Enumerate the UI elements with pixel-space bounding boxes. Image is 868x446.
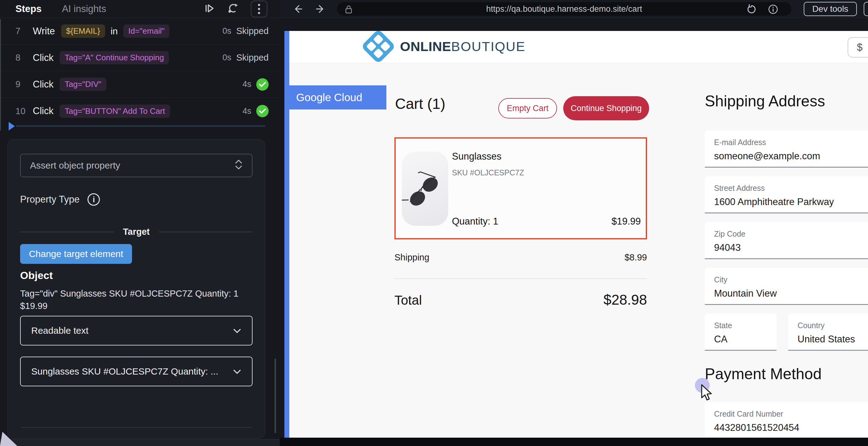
test-steps-panel: Steps AI insights 7 Write ${EMAIL} in [0,0,280,446]
dev-tools-button[interactable]: Dev tools [804,2,857,16]
field-label: City [714,275,868,284]
product-price: $19.99 [612,216,641,227]
readable-text-select[interactable]: Readable text [20,316,252,346]
step-number: 8 [16,53,30,63]
field-label: Street Address [714,184,868,193]
expected-value-select[interactable]: Sunglasses SKU #OLJCESPC7Z Quantity: ... [20,357,252,386]
object-description: Tag="div" Sunglasses SKU #OLJCESPC7Z Qua… [20,287,246,312]
field-value: 94043 [714,242,868,253]
zip-code-field[interactable]: Zip Code 94043 [705,222,868,259]
field-label: Credit Card Number [714,410,868,418]
email-field[interactable]: E-mail Address someone@example.com [705,130,868,168]
step-row-8[interactable]: 8 Click Tag="A" Continue Shopping 0s Ski… [0,44,280,71]
property-type-label: Property Type [20,194,80,205]
step-action: Write [33,26,55,37]
brand-bold: ONLINE [400,39,451,54]
tab-ai-insights[interactable]: AI insights [62,3,106,14]
cart-item-card-selected[interactable]: Sunglasses SKU #OLJCESPC7Z Quantity: 1 $… [395,137,647,239]
total-value: $28.98 [603,291,647,308]
play-from-start-icon[interactable] [203,2,215,16]
app-root: Steps AI insights 7 Write ${EMAIL} in [0,0,868,446]
chevron-down-icon [233,325,241,336]
credit-card-field[interactable]: Credit Card Number 4432801561520454 [705,402,868,438]
mouse-cursor-icon [701,384,716,404]
product-quantity: Quantity: 1 [452,216,498,227]
step-row-9[interactable]: 9 Click Tag="DIV" 4s [0,71,280,98]
target-divider: Target [20,227,252,237]
field-label: E-mail Address [714,138,868,147]
step-number: 9 [16,79,30,89]
field-label: Country [798,321,868,330]
brand-light: BOUTIQUE [451,39,526,54]
forward-icon[interactable] [313,2,327,17]
reload-icon[interactable] [746,4,757,16]
object-heading: Object [20,269,53,281]
target-label: Target [123,227,150,237]
field-value: CA [714,334,776,345]
nav-partial-button[interactable] [864,2,868,16]
assert-action-select[interactable]: Assert object property [20,154,252,177]
step-passed-check-icon [256,78,269,91]
kebab-menu-icon[interactable] [251,1,268,17]
panel-scrollbar[interactable] [275,359,276,433]
product-sku: SKU #OLJCESPC7Z [452,168,524,177]
continue-shopping-button[interactable]: Continue Shopping [563,96,649,120]
tab-steps[interactable]: Steps [16,3,41,14]
product-image [402,152,448,226]
step-insert-cursor-icon[interactable] [9,122,15,130]
street-address-field[interactable]: Street Address 1600 Amphitheatre Parkway [705,176,868,213]
currency-value: $ [857,41,862,53]
boutique-diamond-icon [361,31,396,64]
step-row-10[interactable]: 10 Click Tag="BUTTON" Add To Cart 4s [0,98,280,124]
field-value: someone@example.com [714,151,868,162]
selector-badge: Id="email" [123,24,169,38]
info-icon[interactable] [768,4,778,16]
step-number: 7 [16,26,30,36]
shipping-value: $8.99 [624,252,647,263]
step-duration: 4s [242,107,251,116]
select-updown-icon [235,159,243,173]
step-duration: 0s [223,53,231,62]
browser-nav-bar: https://qa.boutique.harness-demo.site/ca… [280,0,868,18]
step-number: 10 [16,106,30,116]
country-field[interactable]: Country United States [788,314,868,351]
property-type-row: Property Type i [20,193,100,206]
assert-action-value: Assert object property [30,160,120,171]
assert-editor-panel: Assert object property Property Type i T… [7,139,265,439]
info-icon[interactable]: i [88,193,100,206]
steps-scrollbar[interactable] [0,19,1,130]
steps-panel-header: Steps AI insights [0,0,280,18]
field-label: State [714,321,776,330]
city-field[interactable]: City Mountain View [705,268,868,305]
field-value: 4432801561520454 [714,422,868,433]
url-text[interactable]: https://qa.boutique.harness-demo.site/ca… [337,4,791,14]
shipping-label: Shipping [395,252,429,263]
field-label: Zip Code [714,230,868,238]
steps-list: 7 Write ${EMAIL} in Id="email" 0s Skippe… [0,18,280,124]
currency-select[interactable]: $ [847,37,868,58]
state-field[interactable]: State CA [705,314,776,351]
expected-value-text: Sunglasses SKU #OLJCESPC7Z Quantity: ... [31,366,218,377]
total-row: Total $28.98 [395,291,647,308]
step-action: Click [33,52,54,63]
steps-header-actions [203,0,268,18]
browser-bottom-bar [280,438,868,446]
selector-badge: Tag="DIV" [60,78,106,91]
step-row-7[interactable]: 7 Write ${EMAIL} in Id="email" 0s Skippe… [0,18,280,44]
step-passed-check-icon [256,105,269,117]
shop-header: ONLINEBOUTIQUE $ [289,31,868,63]
step-action: Click [33,79,54,90]
chevron-down-icon [233,366,241,377]
total-label: Total [395,293,422,308]
step-duration: 0s [223,26,231,36]
step-connector: in [111,26,118,36]
back-icon[interactable] [291,2,305,17]
selector-badge: Tag="BUTTON" Add To Cart [60,105,170,118]
rerun-icon[interactable] [226,2,240,16]
variable-badge: ${EMAIL} [61,24,105,38]
empty-cart-button[interactable]: Empty Cart [498,98,557,118]
url-bar[interactable]: https://qa.boutique.harness-demo.site/ca… [337,2,791,16]
field-value: 1600 Amphitheatre Parkway [714,197,868,208]
online-boutique-logo[interactable]: ONLINEBOUTIQUE [366,34,526,59]
change-target-button[interactable]: Change target element [20,244,132,264]
